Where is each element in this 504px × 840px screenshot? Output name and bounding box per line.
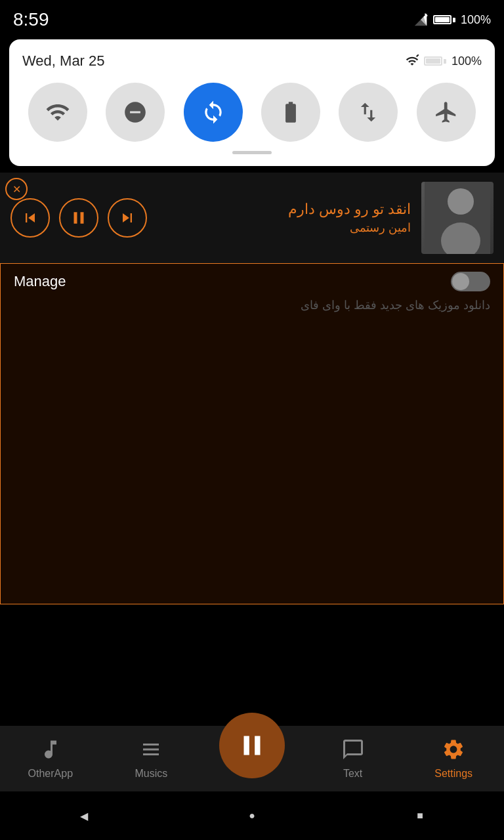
nav-item-otherapp[interactable]: OtherApp — [0, 735, 101, 780]
media-title: انقد تو رو دوس دارم — [158, 201, 411, 218]
nav-label-settings: Settings — [434, 768, 472, 780]
qs-tile-battery-saver[interactable] — [261, 83, 320, 142]
media-pause-button[interactable] — [59, 198, 98, 238]
nav-item-text[interactable]: Text — [303, 735, 404, 780]
app-main-area: Manage دانلود موزیک های جدید فقط با وای … — [0, 263, 504, 604]
battery-percentage: 100% — [461, 13, 491, 27]
qs-battery-icon — [424, 56, 446, 66]
media-info: انقد تو رو دوس دارم امین رستمی — [158, 201, 411, 235]
qs-signal-icon — [406, 54, 419, 68]
thumbnail-person-icon — [425, 182, 490, 254]
nav-item-musics[interactable]: Musics — [101, 735, 202, 780]
qs-scroll-indicator — [22, 151, 482, 154]
app-manage-row: Manage — [1, 264, 503, 295]
musics-icon — [136, 735, 165, 764]
status-icons: 100% — [413, 12, 491, 27]
qs-date: Wed, Mar 25 — [22, 52, 105, 70]
qs-tiles — [22, 83, 482, 142]
manage-toggle-knob — [452, 273, 469, 290]
status-time: 8:59 — [13, 9, 49, 30]
quick-settings-panel: Wed, Mar 25 100% — [9, 39, 495, 166]
qs-right: 100% — [406, 54, 482, 68]
media-thumbnail-image — [421, 182, 494, 254]
settings-icon — [439, 735, 468, 764]
media-prev-button[interactable] — [10, 198, 50, 238]
system-nav-bar: ◀ ● ■ — [0, 791, 504, 840]
qs-tile-sync[interactable] — [184, 83, 243, 142]
signal-icon — [413, 12, 428, 27]
media-artist: امین رستمی — [158, 220, 411, 235]
text-icon — [339, 735, 368, 764]
media-notification: انقد تو رو دوس دارم امین رستمی ✕ — [0, 173, 504, 263]
media-thumbnail — [421, 182, 494, 254]
svg-point-3 — [448, 188, 474, 215]
media-close-button[interactable]: ✕ — [5, 178, 28, 200]
battery-icon — [433, 15, 455, 24]
qs-tile-airplane[interactable] — [417, 83, 476, 142]
center-pause-button[interactable] — [219, 713, 285, 778]
qs-header: Wed, Mar 25 100% — [22, 52, 482, 70]
qs-tile-data[interactable] — [339, 83, 398, 142]
nav-back-button[interactable]: ◀ — [68, 799, 100, 832]
qs-tile-wifi[interactable] — [28, 83, 87, 142]
qs-battery-pct: 100% — [452, 54, 482, 68]
nav-label-musics: Musics — [135, 768, 168, 780]
status-bar: 8:59 100% — [0, 0, 504, 39]
nav-recent-button[interactable]: ■ — [404, 799, 436, 832]
nav-label-otherapp: OtherApp — [28, 768, 73, 780]
manage-toggle[interactable] — [451, 272, 490, 291]
nav-label-text: Text — [343, 768, 362, 780]
nav-home-button[interactable]: ● — [236, 799, 268, 832]
manage-label: Manage — [14, 273, 66, 290]
nav-item-settings[interactable]: Settings — [403, 735, 504, 780]
app-subtitle: دانلود موزیک های جدید فقط با وای فای — [1, 295, 503, 315]
svg-line-1 — [417, 54, 419, 56]
qs-tile-dnd[interactable] — [106, 83, 165, 142]
media-next-button[interactable] — [108, 198, 147, 238]
otherapp-icon — [36, 735, 65, 764]
pause-icon — [236, 729, 268, 762]
media-controls — [10, 198, 147, 238]
qs-scroll-dot — [232, 151, 272, 154]
